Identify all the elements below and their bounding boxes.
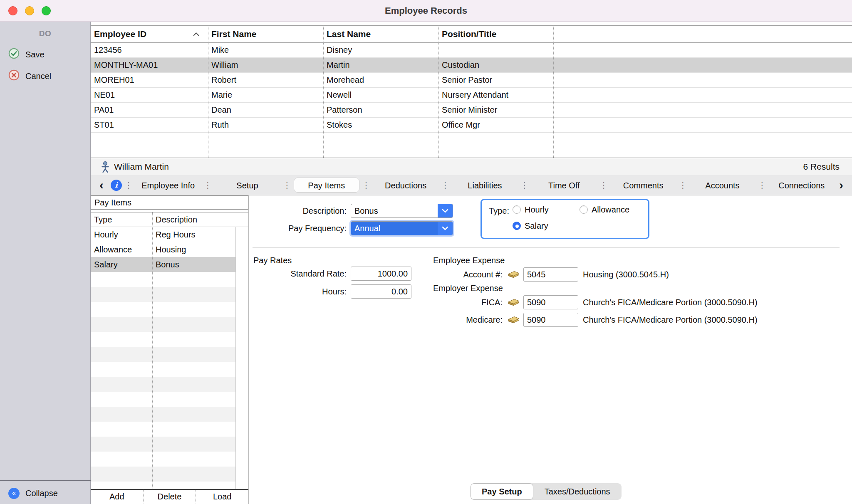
- column-header-label: Employee ID: [94, 29, 146, 39]
- zoom-window-button[interactable]: [42, 6, 51, 15]
- pay-item-row[interactable]: SalaryBonus: [91, 257, 235, 272]
- tab-menu-dots-icon[interactable]: ⋮: [201, 180, 214, 190]
- column-header-position-title[interactable]: Position/Title: [438, 26, 553, 42]
- employee-row[interactable]: MONTHLY-MA01WilliamMartinCustodian: [91, 58, 852, 73]
- tab-comments[interactable]: Comments: [610, 178, 676, 193]
- pay-items-column-type[interactable]: Type: [91, 212, 152, 227]
- description-dropdown[interactable]: Bonus: [351, 204, 453, 218]
- employee-cell-filler: [553, 118, 852, 132]
- employee-cell-filler: [553, 58, 852, 72]
- chevron-down-icon[interactable]: [438, 204, 453, 217]
- employee-row[interactable]: PA01DeanPattersonSenior Minister: [91, 103, 852, 118]
- window-controls: [8, 6, 51, 15]
- account-number-input[interactable]: [523, 267, 578, 282]
- radio-circle[interactable]: [580, 205, 588, 214]
- save-button[interactable]: Save: [8, 47, 45, 62]
- pay-item-row[interactable]: HourlyReg Hours: [91, 227, 235, 242]
- column-header-filler: [553, 26, 852, 42]
- pay-item-row[interactable]: AllowanceHousing: [91, 242, 235, 257]
- employee-cell-last: Martin: [323, 58, 438, 72]
- pay-items-column-description[interactable]: Description: [152, 212, 248, 227]
- pay-item-description: Housing: [152, 242, 235, 257]
- pay-items-column-divider: [152, 212, 153, 489]
- tab-setup[interactable]: Setup: [214, 178, 280, 193]
- account-lookup-icon[interactable]: [508, 297, 520, 307]
- tabs-scroll-right-icon[interactable]: ›: [835, 179, 848, 191]
- radio-allowance[interactable]: Allowance: [580, 204, 629, 215]
- radio-salary[interactable]: Salary: [513, 220, 548, 231]
- account-lookup-icon[interactable]: [508, 314, 520, 324]
- collapse-sidebar-button[interactable]: « Collapse: [8, 486, 58, 500]
- employee-cell-id: PA01: [91, 103, 208, 117]
- employee-expense-heading: Employee Expense: [433, 254, 505, 266]
- employee-table-header: Employee ID First Name Last Name Positio…: [91, 25, 852, 43]
- tab-deductions[interactable]: Deductions: [373, 178, 438, 193]
- employee-table: Employee ID First Name Last Name Positio…: [91, 22, 852, 158]
- tab-menu-dots-icon[interactable]: ⋮: [438, 180, 452, 190]
- tab-menu-dots-icon[interactable]: ⋮: [755, 180, 769, 190]
- column-header-employee-id[interactable]: Employee ID: [91, 26, 208, 42]
- tab-pay-items[interactable]: Pay Items: [294, 178, 359, 193]
- load-pay-item-button[interactable]: Load: [196, 490, 248, 504]
- close-window-button[interactable]: [8, 6, 17, 15]
- tab-menu-dots-icon[interactable]: ⋮: [280, 180, 294, 190]
- employee-cell-position: Senior Minister: [438, 103, 553, 117]
- chevron-down-icon[interactable]: [438, 222, 453, 235]
- medicare-description: Church's FICA/Medicare Portion (3000.509…: [583, 314, 758, 326]
- tab-time-off[interactable]: Time Off: [531, 178, 597, 193]
- tab-menu-dots-icon[interactable]: ⋮: [676, 180, 689, 190]
- employee-cell-id: MOREH01: [91, 73, 208, 87]
- add-pay-item-button[interactable]: Add: [91, 490, 143, 504]
- tab-pay-setup[interactable]: Pay Setup: [471, 483, 533, 500]
- column-header-last-name[interactable]: Last Name: [323, 26, 438, 42]
- info-icon[interactable]: i: [111, 180, 122, 191]
- titlebar: Employee Records: [0, 0, 852, 22]
- tab-liabilities[interactable]: Liabilities: [452, 178, 518, 193]
- tab-taxes-deductions[interactable]: Taxes/Deductions: [533, 483, 622, 500]
- employee-cell-first: William: [208, 58, 323, 72]
- column-divider: [208, 25, 208, 158]
- pay-items-title: Pay Items: [91, 195, 248, 210]
- account-lookup-icon[interactable]: [508, 269, 520, 279]
- cancel-button[interactable]: Cancel: [8, 69, 51, 83]
- employee-row[interactable]: NE01MarieNewellNursery Attendant: [91, 88, 852, 103]
- tab-menu-dots-icon[interactable]: ⋮: [122, 180, 135, 190]
- standard-rate-label: Standard Rate:: [249, 267, 347, 280]
- tab-connections[interactable]: Connections: [769, 178, 835, 193]
- delete-pay-item-button[interactable]: Delete: [143, 490, 196, 504]
- pay-items-empty-rows: [91, 272, 235, 489]
- tab-menu-dots-icon[interactable]: ⋮: [597, 180, 610, 190]
- pay-items-scrollbar[interactable]: [235, 227, 248, 489]
- employee-cell-first: Ruth: [208, 118, 323, 132]
- cancel-label: Cancel: [25, 72, 51, 81]
- pay-frequency-value: Annual: [351, 222, 438, 235]
- column-header-first-name[interactable]: First Name: [208, 26, 323, 42]
- employee-row[interactable]: ST01RuthStokesOffice Mgr: [91, 118, 852, 133]
- employee-cell-first: Mike: [208, 43, 323, 57]
- column-header-label: First Name: [211, 29, 257, 39]
- radio-hourly[interactable]: Hourly: [513, 204, 549, 215]
- employee-cell-last: Patterson: [323, 103, 438, 117]
- section-divider: [253, 247, 840, 247]
- employee-cell-last: Stokes: [323, 118, 438, 132]
- radio-circle[interactable]: [513, 205, 521, 214]
- radio-circle[interactable]: [513, 222, 521, 230]
- tab-menu-dots-icon[interactable]: ⋮: [518, 180, 531, 190]
- standard-rate-input[interactable]: [351, 267, 411, 281]
- employee-cell-position: Nursery Attendant: [438, 88, 553, 102]
- radio-label: Hourly: [525, 205, 549, 215]
- pay-items-footer: Add Delete Load: [91, 489, 248, 504]
- pay-frequency-dropdown[interactable]: Annual: [351, 221, 453, 235]
- employee-row[interactable]: MOREH01RobertMoreheadSenior Pastor: [91, 73, 852, 88]
- save-check-icon: [8, 48, 20, 61]
- tabs-scroll-left-icon[interactable]: ‹: [95, 179, 108, 191]
- tab-accounts[interactable]: Accounts: [689, 178, 755, 193]
- hours-input[interactable]: [351, 284, 411, 299]
- employee-row[interactable]: 123456MikeDisney: [91, 43, 852, 58]
- tab-menu-dots-icon[interactable]: ⋮: [359, 180, 373, 190]
- fica-account-input[interactable]: [523, 295, 578, 309]
- minimize-window-button[interactable]: [25, 6, 34, 15]
- collapse-chevrons-icon: «: [8, 488, 20, 499]
- tab-employee-info[interactable]: Employee Info: [135, 178, 201, 193]
- medicare-account-input[interactable]: [523, 313, 578, 327]
